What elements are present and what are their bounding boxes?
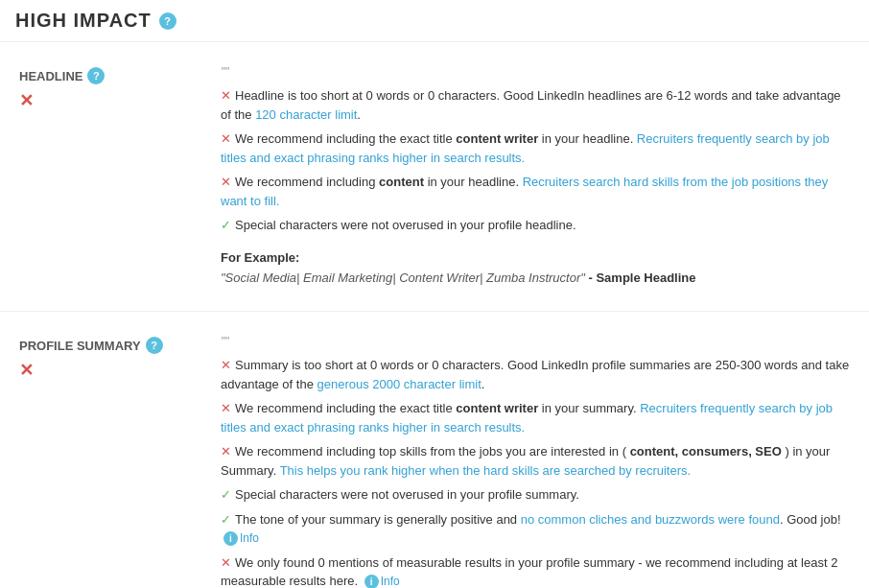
- headline-empty-value: "": [221, 65, 850, 79]
- headline-feedback-2-error-icon: ✕: [221, 175, 231, 189]
- profile-summary-feedback-2: ✕We recommend including top skills from …: [221, 442, 850, 480]
- headline-feedback-1: ✕We recommend including the exact title …: [221, 129, 850, 167]
- profile-summary-feedback-1: ✕We recommend including the exact title …: [221, 399, 850, 436]
- profile-summary-feedback-3-check-icon: ✓: [221, 487, 231, 502]
- profile-summary-feedback-2-link[interactable]: This helps you rank higher when the hard…: [280, 463, 692, 478]
- profile-summary-feedback-4-info-icon[interactable]: i: [223, 531, 238, 546]
- profile-summary-feedback-4-info-link[interactable]: Info: [240, 531, 259, 545]
- profile-summary-status: ✕: [19, 360, 34, 381]
- profile-summary-feedback-0-link[interactable]: generous 2000 character limit: [317, 377, 481, 391]
- section-headline: HEADLINE?✕""✕Headline is too short at 0 …: [0, 42, 869, 312]
- headline-label-col: HEADLINE?✕: [0, 58, 211, 295]
- profile-summary-empty-value: "": [221, 335, 850, 348]
- profile-summary-feedback-3: ✓Special characters were not overused in…: [221, 485, 850, 505]
- profile-summary-feedback-5-info-icon[interactable]: i: [364, 575, 379, 588]
- profile-summary-feedback-5: ✕We only found 0 mentions of measurable …: [221, 553, 850, 588]
- headline-feedback-2: ✕We recommend including content in your …: [221, 173, 850, 210]
- profile-summary-feedback-0-error-icon: ✕: [221, 358, 231, 372]
- headline-feedback-1-bold: content writer: [456, 131, 538, 146]
- headline-example: For Example:"Social Media| Email Marketi…: [221, 250, 850, 289]
- headline-example-label: For Example:: [221, 250, 850, 265]
- profile-summary-label: PROFILE SUMMARY?: [19, 337, 163, 354]
- headline-example-source: - Sample Headline: [589, 270, 696, 285]
- profile-summary-feedback-4-link[interactable]: no common cliches and buzzwords were fou…: [521, 512, 780, 527]
- headline-feedback-0: ✕Headline is too short at 0 words or 0 c…: [221, 86, 850, 124]
- section-profile-summary: PROFILE SUMMARY?✕""✕Summary is too short…: [0, 312, 869, 588]
- profile-summary-feedback-5-info-link[interactable]: Info: [381, 575, 400, 588]
- headline-feedback-1-error-icon: ✕: [221, 131, 231, 146]
- headline-feedback-3-check-icon: ✓: [221, 218, 231, 232]
- profile-summary-help-icon[interactable]: ?: [146, 337, 163, 354]
- page-title: HIGH IMPACT: [15, 10, 152, 32]
- main-container: HIGH IMPACT ? HEADLINE?✕""✕Headline is t…: [0, 0, 869, 588]
- profile-summary-feedback-1-error-icon: ✕: [221, 401, 231, 415]
- header-help-icon[interactable]: ?: [159, 12, 176, 30]
- headline-example-text: "Social Media| Email Marketing| Content …: [221, 269, 850, 289]
- headline-status: ✕: [19, 90, 34, 111]
- page-header: HIGH IMPACT ?: [0, 0, 869, 42]
- headline-feedback-2-link[interactable]: Recruiters search hard skills from the j…: [221, 175, 828, 208]
- profile-summary-error-icon: ✕: [19, 361, 34, 380]
- profile-summary-content: ""✕Summary is too short at 0 words or 0 …: [211, 327, 869, 588]
- headline-content: ""✕Headline is too short at 0 words or 0…: [211, 58, 869, 295]
- profile-summary-label-text: PROFILE SUMMARY: [19, 339, 141, 353]
- profile-summary-label-col: PROFILE SUMMARY?✕: [0, 327, 211, 588]
- headline-error-icon: ✕: [19, 91, 34, 110]
- headline-label-text: HEADLINE: [19, 69, 82, 83]
- headline-feedback-0-error-icon: ✕: [221, 88, 231, 103]
- sections-container: HEADLINE?✕""✕Headline is too short at 0 …: [0, 42, 869, 588]
- headline-help-icon[interactable]: ?: [87, 67, 105, 84]
- profile-summary-feedback-4: ✓The tone of your summary is generally p…: [221, 510, 850, 548]
- profile-summary-feedback-0: ✕Summary is too short at 0 words or 0 ch…: [221, 356, 850, 393]
- headline-feedback-0-link[interactable]: 120 character limit: [255, 107, 357, 122]
- profile-summary-feedback-5-error-icon: ✕: [221, 555, 231, 570]
- profile-summary-feedback-1-bold: content writer: [456, 401, 538, 415]
- profile-summary-feedback-2-error-icon: ✕: [221, 444, 231, 459]
- profile-summary-feedback-4-check-icon: ✓: [221, 512, 231, 527]
- headline-feedback-3: ✓Special characters were not overused in…: [221, 216, 850, 235]
- profile-summary-feedback-2-bold: content, consumers, SEO: [630, 444, 782, 459]
- headline-label: HEADLINE?: [19, 67, 105, 84]
- headline-feedback-2-bold: content: [379, 175, 424, 189]
